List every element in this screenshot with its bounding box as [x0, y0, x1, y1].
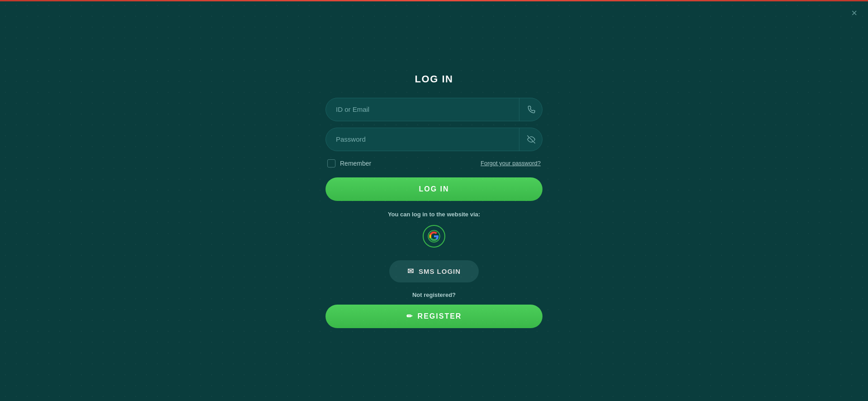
remember-left: Remember [327, 159, 371, 167]
close-button[interactable]: × [851, 8, 857, 18]
google-login-button[interactable] [423, 225, 445, 248]
id-email-wrapper [326, 98, 542, 121]
password-wrapper [326, 128, 542, 151]
via-text: You can log in to the website via: [388, 211, 480, 218]
remember-checkbox[interactable] [327, 159, 335, 167]
register-button[interactable]: ✏ REGISTER [326, 305, 542, 328]
login-button[interactable]: LOG IN [326, 177, 542, 201]
not-registered-text: Not registered? [412, 291, 456, 298]
eye-icon[interactable] [519, 128, 542, 151]
forgot-password-link[interactable]: Forgot your password? [481, 160, 541, 167]
phone-icon[interactable] [519, 98, 542, 121]
remember-row: Remember Forgot your password? [326, 159, 542, 167]
modal-title: LOG IN [415, 73, 453, 85]
register-label: REGISTER [418, 312, 462, 320]
social-icons [423, 225, 445, 248]
sms-login-label: SMS LOGIN [419, 267, 461, 275]
sms-login-button[interactable]: ✉ SMS LOGIN [389, 260, 479, 282]
sms-icon: ✉ [407, 267, 414, 276]
register-icon: ✏ [406, 312, 413, 320]
id-email-input[interactable] [326, 98, 542, 121]
remember-label: Remember [340, 160, 371, 167]
login-modal: LOG IN Remember Forgot your password? LO… [326, 73, 542, 328]
password-input[interactable] [326, 128, 542, 151]
top-bar [0, 0, 868, 1]
google-icon [428, 230, 440, 243]
